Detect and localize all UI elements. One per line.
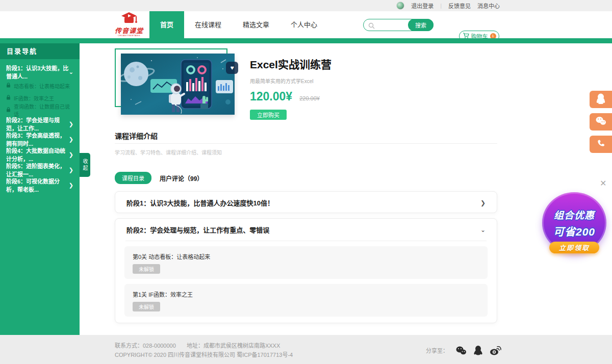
lesson-1-name: 第1关 IF函数：效率之王 bbox=[133, 290, 479, 298]
phone-icon bbox=[596, 139, 605, 150]
sidebar-stage-1-label: 阶段1：认识3大技能，比普通人... bbox=[6, 64, 69, 80]
price-row: 120.00¥ 220.00¥ bbox=[250, 90, 332, 103]
tab-catalog[interactable]: 课程目录 bbox=[115, 172, 151, 184]
chevron-down-icon: ⌄ bbox=[69, 69, 73, 75]
promo-claim-button[interactable]: 立即领取 bbox=[549, 242, 599, 253]
search-icon bbox=[368, 22, 375, 31]
promo-line-2: 可省200 bbox=[553, 223, 595, 239]
course-media: ♥ bbox=[115, 48, 237, 117]
sidebar-lesson-1[interactable]: 动态看板：让表格动起来 bbox=[0, 80, 80, 92]
sidebar-lesson-2-label: IF函数：效率之王 bbox=[14, 94, 54, 102]
detail-tabs: 课程目录 用户评论（99） bbox=[115, 172, 203, 184]
stage-card-2: 阶段2：学会处理与规范，让工作有重点、零错误 ⌄ 第0关 动态看板：让表格动起来… bbox=[115, 218, 497, 323]
chevron-right-icon: ❯ bbox=[69, 151, 73, 158]
wechat-icon bbox=[595, 116, 606, 128]
promo-close-icon[interactable]: ✕ bbox=[600, 178, 606, 188]
chart-panel-right-icon bbox=[216, 80, 233, 93]
share-bar: 分享至： bbox=[426, 345, 501, 355]
chevron-down-icon: ⌄ bbox=[480, 226, 486, 233]
nav-profile[interactable]: 个人中心 bbox=[280, 11, 328, 38]
chevron-right-icon: ❯ bbox=[480, 199, 486, 206]
course-cover-image[interactable]: ♥ bbox=[121, 54, 235, 115]
logo-cap-icon bbox=[120, 18, 138, 27]
sidebar-stage-6-label: 阶段6：可视化数据分析，帮老板... bbox=[6, 177, 69, 193]
sidebar-stage-3[interactable]: 阶段3：学会高级透视，拥有同时... ❯ bbox=[0, 132, 80, 147]
sidebar-stage-1[interactable]: 阶段1：认识3大技能，比普通人... ⌄ bbox=[0, 64, 80, 80]
messages-link[interactable]: 消息中心 bbox=[477, 2, 500, 10]
sidebar-stage-2-label: 阶段2：学会处理与规范，让工作... bbox=[6, 116, 69, 132]
topbar: 退出登录 | 反馈意见 消息中心 bbox=[0, 0, 612, 11]
lock-icon bbox=[6, 95, 11, 101]
lesson-0-locked-badge: 未解锁 bbox=[133, 264, 160, 274]
lock-icon bbox=[6, 107, 11, 113]
nav-home[interactable]: 首页 bbox=[149, 11, 184, 38]
sidebar-title: 目录导航 bbox=[0, 43, 80, 59]
topbar-divider: | bbox=[440, 3, 442, 9]
detail-meta-text: 学习流程、学习特色、课程详细介绍、课程须知 bbox=[115, 148, 222, 156]
user-avatar[interactable] bbox=[396, 2, 404, 10]
footer-text: 联系方式：028-0000000 地址：成都市武侯区槐树店南路XXXX COPY… bbox=[115, 341, 293, 359]
stage-1-title: 阶段1：认识3大技能，比普通人办公速度快10倍！ bbox=[126, 198, 274, 207]
lesson-row-0[interactable]: 第0关 动态看板：让表格动起来 未解锁 bbox=[124, 246, 488, 279]
section-divider bbox=[115, 143, 497, 144]
stage-2-divider bbox=[125, 241, 487, 241]
qq-icon bbox=[596, 93, 606, 106]
sidebar-stage-4[interactable]: 阶段4：大批数据自动统计分析，... ❯ bbox=[0, 147, 80, 162]
sidebar-lesson-3[interactable]: 查询函数：让数据自己说话 bbox=[0, 104, 80, 116]
lesson-1-locked-badge: 未解锁 bbox=[133, 302, 160, 311]
sidebar-stage-5-label: 阶段5：进阶图表美化，让汇报一... bbox=[6, 162, 69, 178]
sidebar-stage-2[interactable]: 阶段2：学会处理与规范，让工作... ❯ bbox=[0, 116, 80, 132]
search-box: 搜索 bbox=[363, 19, 434, 31]
sidebar-collapse-button[interactable]: 收起 bbox=[80, 153, 90, 177]
detail-section-title: 课程详细介绍 bbox=[115, 131, 158, 141]
tab-comments[interactable]: 用户评论（99） bbox=[160, 174, 203, 183]
nav-articles[interactable]: 精选文章 bbox=[232, 11, 280, 38]
stage-1-header[interactable]: 阶段1：认识3大技能，比普通人办公速度快10倍！ ❯ bbox=[115, 192, 497, 214]
sidebar-stage-3-label: 阶段3：学会高级透视，拥有同时... bbox=[6, 131, 69, 147]
stage-card-1: 阶段1：认识3大技能，比普通人办公速度快10倍！ ❯ bbox=[115, 191, 497, 213]
lesson-0-name: 第0关 动态看板：让表格动起来 bbox=[133, 252, 479, 261]
main-nav: 首页 在线课程 精选文章 个人中心 bbox=[149, 11, 328, 38]
chevron-right-icon: ❯ bbox=[69, 182, 73, 189]
site-logo[interactable]: 传音课堂 CHUANYINKETANG bbox=[108, 12, 150, 37]
footer-contact: 联系方式：028-0000000 bbox=[115, 343, 176, 349]
footer-copyright: COPYRIGHT© 2020 四川传音课堂科技有限公司 蜀ICP备170177… bbox=[115, 350, 293, 359]
logo-subtitle: CHUANYINKETANG bbox=[108, 35, 150, 37]
share-weibo-icon[interactable] bbox=[490, 346, 501, 355]
lock-icon bbox=[6, 83, 11, 89]
nav-courses[interactable]: 在线课程 bbox=[184, 11, 232, 38]
course-subtitle: 用最简单实用的方式学Excel bbox=[250, 77, 332, 85]
chevron-right-icon: ❯ bbox=[69, 136, 73, 143]
contact-phone-button[interactable] bbox=[590, 136, 612, 153]
search-button[interactable]: 搜索 bbox=[408, 19, 434, 31]
favorite-heart-button[interactable]: ♥ bbox=[226, 62, 238, 74]
header: 传音课堂 CHUANYINKETANG 首页 在线课程 精选文章 个人中心 搜索… bbox=[0, 11, 612, 38]
catalog-sidebar: 目录导航 阶段1：认识3大技能，比普通人... ⌄ 动态看板：让表格动起来 IF bbox=[0, 38, 80, 335]
sidebar-stage-4-label: 阶段4：大批数据自动统计分析，... bbox=[6, 146, 69, 163]
share-wechat-icon[interactable] bbox=[455, 346, 467, 355]
buy-now-button[interactable]: 立即购买 bbox=[250, 110, 287, 120]
original-price: 220.00¥ bbox=[299, 95, 320, 101]
footer-address: 地址：成都市武侯区槐树店南路XXXX bbox=[187, 343, 280, 349]
stage-2-title: 阶段2：学会处理与规范，让工作有重点、零错误 bbox=[126, 225, 269, 235]
sidebar-stage-5[interactable]: 阶段5：进阶图表美化，让汇报一... ❯ bbox=[0, 162, 80, 177]
course-info: Excel实战训练营 用最简单实用的方式学Excel 120.00¥ 220.0… bbox=[250, 56, 332, 120]
stage-2-header[interactable]: 阶段2：学会处理与规范，让工作有重点、零错误 ⌄ bbox=[115, 219, 497, 241]
logo-title: 传音课堂 bbox=[108, 28, 150, 34]
sidebar-stage-6[interactable]: 阶段6：可视化数据分析，帮老板... ❯ bbox=[0, 177, 80, 193]
header-accent-strip bbox=[80, 38, 612, 43]
chevron-right-icon: ❯ bbox=[69, 121, 73, 127]
share-qq-icon[interactable] bbox=[474, 345, 482, 355]
contact-wechat-button[interactable] bbox=[590, 113, 612, 131]
share-label: 分享至： bbox=[426, 346, 448, 354]
current-price: 120.00¥ bbox=[250, 90, 292, 103]
chevron-right-icon: ❯ bbox=[69, 167, 73, 173]
sidebar-lesson-1-label: 动态看板：让表格动起来 bbox=[14, 82, 70, 90]
lesson-row-1[interactable]: 第1关 IF函数：效率之王 未解锁 bbox=[124, 284, 488, 317]
logout-link[interactable]: 退出登录 bbox=[411, 2, 434, 10]
promo-line-1: 组合优惠 bbox=[554, 207, 595, 221]
feedback-link[interactable]: 反馈意见 bbox=[448, 2, 471, 10]
course-title: Excel实战训练营 bbox=[250, 56, 332, 71]
contact-qq-button[interactable] bbox=[590, 91, 612, 108]
footer: 联系方式：028-0000000 地址：成都市武侯区槐树店南路XXXX COPY… bbox=[0, 335, 612, 364]
